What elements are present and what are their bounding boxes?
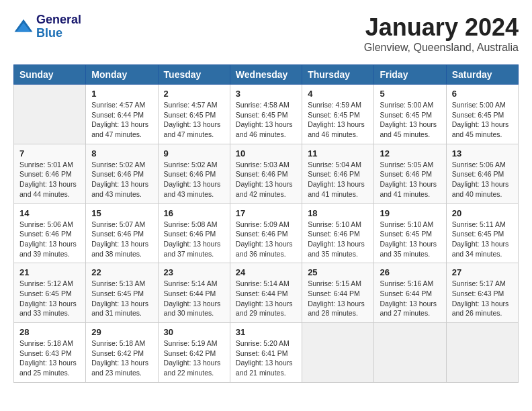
calendar-week-row: 14Sunrise: 5:06 AM Sunset: 6:46 PM Dayli… bbox=[14, 203, 519, 263]
day-number: 21 bbox=[19, 267, 80, 277]
day-number: 5 bbox=[380, 89, 440, 99]
calendar-cell: 21Sunrise: 5:12 AM Sunset: 6:45 PM Dayli… bbox=[14, 263, 86, 323]
day-info: Sunrise: 5:06 AM Sunset: 6:46 PM Dayligh… bbox=[19, 220, 80, 259]
calendar-cell bbox=[14, 85, 86, 144]
calendar-header-row: SundayMondayTuesdayWednesdayThursdayFrid… bbox=[14, 65, 519, 85]
logo: General Blue bbox=[13, 13, 81, 40]
day-number: 20 bbox=[452, 208, 513, 218]
calendar-cell: 14Sunrise: 5:06 AM Sunset: 6:46 PM Dayli… bbox=[14, 203, 86, 263]
calendar-cell: 12Sunrise: 5:05 AM Sunset: 6:46 PM Dayli… bbox=[374, 144, 446, 203]
page-header: General Blue January 2024 Glenview, Quee… bbox=[13, 13, 519, 54]
calendar-cell: 7Sunrise: 5:01 AM Sunset: 6:46 PM Daylig… bbox=[14, 144, 86, 203]
calendar-day-header: Saturday bbox=[446, 65, 518, 85]
day-info: Sunrise: 4:57 AM Sunset: 6:45 PM Dayligh… bbox=[164, 100, 224, 140]
day-info: Sunrise: 5:00 AM Sunset: 6:45 PM Dayligh… bbox=[380, 100, 440, 140]
calendar-day-header: Sunday bbox=[14, 65, 86, 85]
day-number: 9 bbox=[164, 148, 224, 158]
day-number: 3 bbox=[236, 89, 296, 99]
day-info: Sunrise: 5:19 AM Sunset: 6:42 PM Dayligh… bbox=[164, 338, 224, 378]
calendar-day-header: Friday bbox=[374, 65, 446, 85]
day-info: Sunrise: 5:14 AM Sunset: 6:44 PM Dayligh… bbox=[236, 279, 296, 318]
calendar-cell: 30Sunrise: 5:19 AM Sunset: 6:42 PM Dayli… bbox=[158, 323, 230, 383]
day-number: 13 bbox=[452, 148, 513, 158]
calendar-cell: 3Sunrise: 4:58 AM Sunset: 6:45 PM Daylig… bbox=[230, 85, 302, 144]
logo-blue: Blue bbox=[36, 27, 81, 40]
calendar-cell: 10Sunrise: 5:03 AM Sunset: 6:46 PM Dayli… bbox=[230, 144, 302, 203]
day-info: Sunrise: 5:10 AM Sunset: 6:45 PM Dayligh… bbox=[380, 220, 440, 259]
calendar-cell: 6Sunrise: 5:00 AM Sunset: 6:45 PM Daylig… bbox=[446, 85, 518, 144]
logo-icon bbox=[13, 17, 34, 37]
day-number: 16 bbox=[164, 208, 224, 218]
day-number: 1 bbox=[91, 89, 152, 99]
calendar-week-row: 1Sunrise: 4:57 AM Sunset: 6:44 PM Daylig… bbox=[14, 85, 519, 144]
day-info: Sunrise: 5:00 AM Sunset: 6:45 PM Dayligh… bbox=[452, 100, 513, 140]
day-number: 23 bbox=[164, 267, 224, 277]
day-number: 25 bbox=[308, 267, 368, 277]
day-info: Sunrise: 5:12 AM Sunset: 6:45 PM Dayligh… bbox=[19, 279, 80, 318]
calendar-cell bbox=[446, 323, 518, 383]
calendar-cell: 29Sunrise: 5:18 AM Sunset: 6:42 PM Dayli… bbox=[86, 323, 158, 383]
calendar-cell bbox=[374, 323, 446, 383]
day-number: 26 bbox=[380, 267, 440, 277]
day-info: Sunrise: 5:07 AM Sunset: 6:46 PM Dayligh… bbox=[91, 220, 152, 259]
calendar-cell: 28Sunrise: 5:18 AM Sunset: 6:43 PM Dayli… bbox=[14, 323, 86, 383]
day-number: 17 bbox=[236, 208, 296, 218]
calendar-cell: 24Sunrise: 5:14 AM Sunset: 6:44 PM Dayli… bbox=[230, 263, 302, 323]
calendar-cell: 4Sunrise: 4:59 AM Sunset: 6:45 PM Daylig… bbox=[302, 85, 374, 144]
day-info: Sunrise: 5:15 AM Sunset: 6:44 PM Dayligh… bbox=[308, 279, 368, 318]
day-info: Sunrise: 4:58 AM Sunset: 6:45 PM Dayligh… bbox=[236, 100, 296, 140]
day-info: Sunrise: 5:04 AM Sunset: 6:46 PM Dayligh… bbox=[308, 160, 368, 199]
calendar-cell: 15Sunrise: 5:07 AM Sunset: 6:46 PM Dayli… bbox=[86, 203, 158, 263]
calendar-cell: 11Sunrise: 5:04 AM Sunset: 6:46 PM Dayli… bbox=[302, 144, 374, 203]
calendar-header: SundayMondayTuesdayWednesdayThursdayFrid… bbox=[14, 65, 519, 85]
calendar-cell: 13Sunrise: 5:06 AM Sunset: 6:46 PM Dayli… bbox=[446, 144, 518, 203]
calendar-cell: 22Sunrise: 5:13 AM Sunset: 6:45 PM Dayli… bbox=[86, 263, 158, 323]
calendar-cell: 19Sunrise: 5:10 AM Sunset: 6:45 PM Dayli… bbox=[374, 203, 446, 263]
day-info: Sunrise: 5:06 AM Sunset: 6:46 PM Dayligh… bbox=[452, 160, 513, 199]
calendar-cell: 31Sunrise: 5:20 AM Sunset: 6:41 PM Dayli… bbox=[230, 323, 302, 383]
day-number: 12 bbox=[380, 148, 440, 158]
day-info: Sunrise: 4:59 AM Sunset: 6:45 PM Dayligh… bbox=[308, 100, 368, 140]
day-info: Sunrise: 5:20 AM Sunset: 6:41 PM Dayligh… bbox=[236, 338, 296, 378]
day-info: Sunrise: 5:08 AM Sunset: 6:46 PM Dayligh… bbox=[164, 220, 224, 259]
calendar-day-header: Monday bbox=[86, 65, 158, 85]
day-number: 27 bbox=[452, 267, 513, 277]
calendar-cell: 17Sunrise: 5:09 AM Sunset: 6:46 PM Dayli… bbox=[230, 203, 302, 263]
calendar-cell: 27Sunrise: 5:17 AM Sunset: 6:43 PM Dayli… bbox=[446, 263, 518, 323]
day-number: 11 bbox=[308, 148, 368, 158]
day-info: Sunrise: 5:18 AM Sunset: 6:42 PM Dayligh… bbox=[91, 338, 152, 378]
day-info: Sunrise: 5:18 AM Sunset: 6:43 PM Dayligh… bbox=[19, 338, 80, 378]
calendar-cell: 9Sunrise: 5:02 AM Sunset: 6:46 PM Daylig… bbox=[158, 144, 230, 203]
logo-general: General bbox=[36, 13, 81, 27]
title-block: January 2024 Glenview, Queensland, Austr… bbox=[364, 13, 519, 54]
calendar-cell: 5Sunrise: 5:00 AM Sunset: 6:45 PM Daylig… bbox=[374, 85, 446, 144]
calendar-week-row: 7Sunrise: 5:01 AM Sunset: 6:46 PM Daylig… bbox=[14, 144, 519, 203]
day-number: 18 bbox=[308, 208, 368, 218]
day-number: 24 bbox=[236, 267, 296, 277]
page-subtitle: Glenview, Queensland, Australia bbox=[364, 42, 519, 54]
calendar-cell: 8Sunrise: 5:02 AM Sunset: 6:46 PM Daylig… bbox=[86, 144, 158, 203]
day-info: Sunrise: 5:03 AM Sunset: 6:46 PM Dayligh… bbox=[236, 160, 296, 199]
day-number: 2 bbox=[164, 89, 224, 99]
day-info: Sunrise: 5:02 AM Sunset: 6:46 PM Dayligh… bbox=[164, 160, 224, 199]
day-info: Sunrise: 5:10 AM Sunset: 6:46 PM Dayligh… bbox=[308, 220, 368, 259]
day-number: 14 bbox=[19, 208, 80, 218]
day-number: 7 bbox=[19, 148, 80, 158]
calendar-body: 1Sunrise: 4:57 AM Sunset: 6:44 PM Daylig… bbox=[14, 85, 519, 383]
day-info: Sunrise: 5:13 AM Sunset: 6:45 PM Dayligh… bbox=[91, 279, 152, 318]
day-info: Sunrise: 5:17 AM Sunset: 6:43 PM Dayligh… bbox=[452, 279, 513, 318]
calendar-day-header: Tuesday bbox=[158, 65, 230, 85]
calendar-table: SundayMondayTuesdayWednesdayThursdayFrid… bbox=[13, 64, 519, 383]
calendar-cell: 26Sunrise: 5:16 AM Sunset: 6:44 PM Dayli… bbox=[374, 263, 446, 323]
day-number: 6 bbox=[452, 89, 513, 99]
day-info: Sunrise: 4:57 AM Sunset: 6:44 PM Dayligh… bbox=[91, 100, 152, 140]
day-info: Sunrise: 5:01 AM Sunset: 6:46 PM Dayligh… bbox=[19, 160, 80, 199]
day-number: 30 bbox=[164, 327, 224, 337]
calendar-day-header: Wednesday bbox=[230, 65, 302, 85]
calendar-cell: 18Sunrise: 5:10 AM Sunset: 6:46 PM Dayli… bbox=[302, 203, 374, 263]
day-number: 28 bbox=[19, 327, 80, 337]
page-title: January 2024 bbox=[364, 13, 519, 42]
calendar-cell: 23Sunrise: 5:14 AM Sunset: 6:44 PM Dayli… bbox=[158, 263, 230, 323]
day-number: 22 bbox=[91, 267, 152, 277]
day-number: 19 bbox=[380, 208, 440, 218]
